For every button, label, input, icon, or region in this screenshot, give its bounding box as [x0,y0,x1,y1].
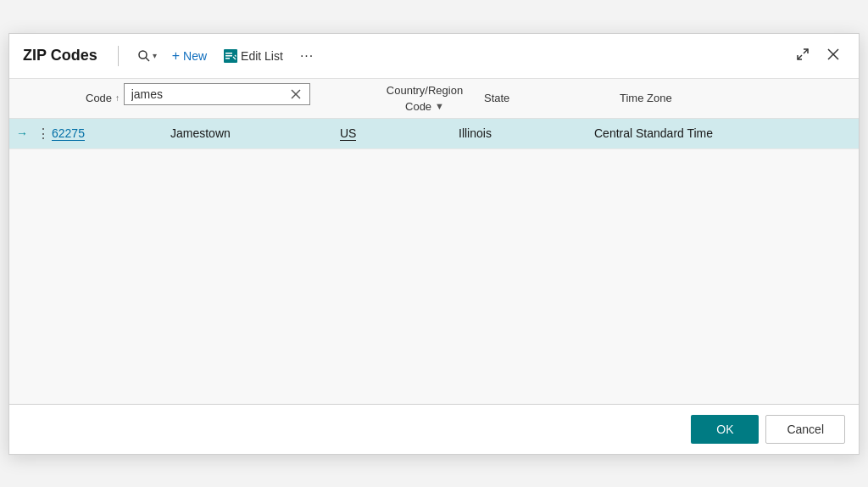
dialog-title: ZIP Codes [23,47,97,64]
table-row[interactable]: → ⋮ 62275 Jamestown US Illinois Central … [9,119,859,149]
row-cell-city: Jamestown [162,126,331,140]
svg-rect-7 [225,58,230,59]
header-right [791,42,845,70]
code-column-label: Code [86,92,112,104]
dialog-footer: OK Cancel [9,404,859,454]
search-chevron-icon: ▾ [153,51,157,60]
search-icon [137,49,151,63]
search-input[interactable] [131,87,289,101]
edit-list-button[interactable]: Edit List [217,44,290,68]
col-header-timezone[interactable]: Time Zone [620,92,825,104]
row-cell-code: 62275 [52,126,162,141]
close-icon [826,48,840,61]
col-header-country[interactable]: Country/Region Code ▼ [365,84,484,113]
state-value: Illinois [459,126,492,140]
row-cell-state: Illinois [450,126,586,140]
timezone-value: Central Standard Time [594,126,713,140]
code-link[interactable]: 62275 [52,126,85,141]
state-column-label: State [484,92,509,104]
content-area: Code ↑ City ↑ Country/Region Code [9,79,859,404]
more-options-button[interactable]: ··· [293,43,320,69]
empty-area [9,149,859,404]
new-button[interactable]: + New [165,43,214,69]
country-filter-icon: ▼ [435,101,444,111]
country-region-code-value: US [340,126,356,141]
svg-rect-6 [225,55,232,57]
svg-line-1 [146,58,149,61]
new-plus-icon: + [172,48,180,64]
code-sort-icon: ↑ [115,93,120,103]
timezone-column-label: Time Zone [620,92,672,104]
city-value: Jamestown [170,126,231,140]
cancel-button[interactable]: Cancel [765,415,845,444]
row-cell-country: US [331,126,450,141]
search-button[interactable]: ▾ [132,46,162,66]
search-clear-button[interactable] [289,87,303,101]
close-button[interactable] [821,42,845,70]
expand-button[interactable] [791,42,815,70]
expand-icon [796,48,810,61]
svg-point-0 [139,51,147,59]
search-container: ▾ [132,46,162,66]
col-header-state[interactable]: State [484,92,620,104]
search-input-dropdown [124,83,310,105]
row-arrow-icon: → [9,126,35,140]
header-divider [118,46,119,66]
country-column-label: Country/Region [387,84,463,97]
new-button-label: New [183,49,207,63]
header-actions: ▾ + New [132,43,321,69]
svg-rect-5 [225,53,232,54]
edit-list-icon [224,49,237,63]
country-code-label: Code [405,100,431,113]
clear-icon [291,89,301,99]
ok-button[interactable]: OK [691,415,759,444]
row-cell-timezone: Central Standard Time [586,126,859,140]
row-context-menu-button[interactable]: ⋮ [35,126,52,142]
edit-list-label: Edit List [241,49,283,63]
